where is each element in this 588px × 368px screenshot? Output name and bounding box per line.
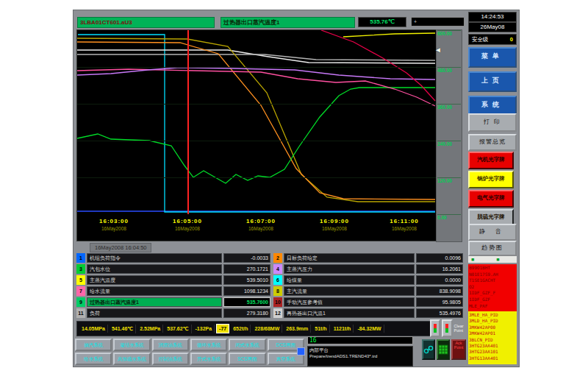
toolbar-button[interactable]: 抽汽系统 xyxy=(75,339,112,351)
alarm-tag[interactable]: N01E17S9.AH xyxy=(469,272,516,278)
alarm-tag-list-yellow: 3MLE_HA_PID3MLD_HA_PID3MKW42AP003MKW42AP… xyxy=(468,311,517,364)
annunciator-button[interactable]: 锅炉光字牌 xyxy=(468,171,514,188)
grid-icon xyxy=(438,344,448,355)
table-row[interactable]: 6给煤量0.0000 xyxy=(273,275,463,285)
table-row[interactable]: 4主蒸汽压力16.2061 xyxy=(273,264,463,274)
time-tick: 16:07:0016May2008 xyxy=(235,218,287,231)
mute-button[interactable]: 静 音 xyxy=(468,224,517,241)
scale-marker-icon[interactable]: ◄ xyxy=(434,46,442,54)
annunciator-button[interactable]: 汽机光字牌 xyxy=(468,152,514,169)
time-tick: 16:11:0016May2008 xyxy=(379,218,430,231)
status-value: 14.05MPa xyxy=(79,325,108,333)
status-value: 1121t/h xyxy=(331,325,354,333)
sidebar-nav: 菜单上页系统 xyxy=(468,47,517,120)
console-message: 内部平台 Prepare/trendADS1.TREND43*.trd xyxy=(307,346,413,367)
table-row[interactable]: 5主蒸汽温度539.5010 xyxy=(76,275,270,285)
toolbar-button[interactable]: 闭式水系统 xyxy=(229,339,265,351)
tick-time: 16:09:00 xyxy=(309,218,360,224)
table-row[interactable]: 12再热器出口汽温1535.4976 xyxy=(273,308,463,318)
table-row[interactable]: 9过热器出口蒸汽温度1535.7600 xyxy=(76,297,270,307)
table-row[interactable]: 10手动汽压参考值95.9805 xyxy=(273,297,463,307)
alarm-tag[interactable]: MLE_PAF xyxy=(469,303,516,310)
grid-view-button[interactable] xyxy=(437,339,450,360)
alarm-tag[interactable]: 3HTG13AA401 xyxy=(469,355,516,361)
toolbar-button[interactable]: 开式水系统 xyxy=(190,353,227,365)
tick-time: 16:11:00 xyxy=(379,218,430,224)
alarm-overview-button[interactable]: 报警总览 xyxy=(468,134,517,151)
alarm-tag[interactable]: O2 xyxy=(469,284,516,291)
alarm-tag[interactable]: 1IDF_GZF xyxy=(469,297,516,303)
sidebar: 14:24:53 26May08 安全级 0 菜单上页系统 打 印 报警总览 汽… xyxy=(468,10,517,367)
tick-date: 16May2008 xyxy=(88,226,140,231)
toolbar-button[interactable]: 控制油系统 xyxy=(152,353,189,365)
trend-plot[interactable] xyxy=(76,29,437,215)
table-row[interactable]: 1机组负荷指令-0.0033 xyxy=(76,253,270,263)
pen-value: 535.4976 xyxy=(416,308,463,318)
alarm-tag[interactable]: 1IDF_GZF_F xyxy=(469,290,516,297)
sidebar-nav-button[interactable]: 菜单 xyxy=(468,47,517,68)
pen-name: 再热器出口汽温1 xyxy=(284,308,415,318)
y-axis-label: 0.00 xyxy=(437,214,461,220)
annunciator-button[interactable]: 电气光字牌 xyxy=(468,190,514,208)
tick-time: 16:05:00 xyxy=(162,218,213,224)
alarm-tag[interactable]: T1SE1GACHT xyxy=(469,277,516,284)
print-button[interactable]: 打 印 xyxy=(468,113,517,132)
sidebar-nav-button[interactable]: 上页 xyxy=(468,71,517,92)
toolbar-button[interactable]: 给水系统 xyxy=(75,353,112,365)
security-level: 安全级 0 xyxy=(468,34,517,45)
trend-screen-button[interactable]: 趋势图 xyxy=(468,241,517,256)
y-axis-scale[interactable]: 600.00480.00360.00240.00120.000.00 ◄ xyxy=(436,29,462,242)
console-icon[interactable] xyxy=(297,347,305,355)
ack-point-button[interactable]: Ack Point xyxy=(451,339,466,360)
pen-marker-button[interactable] xyxy=(430,319,440,337)
alarm-tag[interactable]: 3MKW42AP01 xyxy=(469,330,516,336)
gridline xyxy=(77,67,436,68)
status-value: 541.46℃ xyxy=(110,325,136,333)
toolbar-button[interactable]: 润滑油系统 xyxy=(152,339,189,351)
alarm-tag[interactable]: B99O1BHT xyxy=(469,265,516,272)
pen-number-chip: 4 xyxy=(273,264,282,274)
pen-number-chip: 3 xyxy=(76,264,85,274)
pen-value: 279.3180 xyxy=(223,308,270,318)
table-row[interactable]: 8主汽流量838.9098 xyxy=(273,286,463,296)
toolbar-button[interactable]: 凝结水系统 xyxy=(113,339,150,351)
pen-marker-alt-button[interactable] xyxy=(442,319,452,337)
alarm-tag[interactable]: 3MLD_HA_PID xyxy=(469,318,516,324)
status-value: 51t/h xyxy=(312,325,329,333)
pen-name: 过热器出口蒸汽温度1 xyxy=(87,297,222,307)
time-cursor-line[interactable] xyxy=(187,30,189,214)
screenshot-page: 3LBA01CT601.aU3 过热器出口蒸汽温度1 535.76℃ + 16:… xyxy=(0,0,588,368)
clear-point-label: Clear Point xyxy=(454,324,467,333)
header-aux-box[interactable]: + xyxy=(411,17,465,26)
table-row[interactable]: 11负荷279.3180 xyxy=(76,308,270,318)
y-axis-label: 240.00 xyxy=(437,141,461,146)
pen-name: 给水流量 xyxy=(87,286,222,296)
toolbar-button[interactable]: SCS画面 xyxy=(229,353,265,365)
table-row[interactable]: 7给水流量1098.1234 xyxy=(76,286,270,296)
alarm-tag[interactable]: 3HTG23AA101 xyxy=(469,349,516,355)
time-axis: 16:03:0016May200816:05:0016May200816:07:… xyxy=(76,214,437,241)
alarm-tag[interactable]: 3HTG23AA401 xyxy=(469,343,516,349)
toolbar-button[interactable]: 高加疏水系统 xyxy=(113,353,150,365)
y-axis-label: 600.00 xyxy=(437,30,461,36)
alarm-tag[interactable]: 3BLCN_PID xyxy=(469,337,516,343)
trend-line xyxy=(77,50,435,63)
pen-value: 1098.1234 xyxy=(223,286,270,296)
time-tick: 16:09:0016May2008 xyxy=(309,218,360,231)
alarm-tag[interactable]: 3MLE_HA_PID xyxy=(469,312,516,318)
alarm-tag[interactable]: 3MKW42AP00 xyxy=(469,325,516,330)
toolbar-button[interactable]: 循环水系统 xyxy=(190,339,227,351)
link-button[interactable] xyxy=(422,339,435,360)
trend-tag-button[interactable]: 3LBA01CT601.aU3 xyxy=(77,17,215,28)
pen-name: 手动汽压参考值 xyxy=(284,297,415,307)
console-line2: Prepare/trendADS1.TREND43*.trd xyxy=(309,353,411,359)
status-value[interactable]: -77 xyxy=(216,324,229,333)
console-input[interactable] xyxy=(307,336,413,344)
alarm-pager[interactable]: ■ ■ xyxy=(468,256,517,263)
table-row[interactable]: 2目标负荷给定0.0096 xyxy=(273,253,463,263)
alarm-tag-list-red: B99O1BHTN01E17S9.AHT1SE1GACHTO21IDF_GZF_… xyxy=(468,264,517,311)
pen-value: 270.1721 xyxy=(223,264,270,274)
table-row[interactable]: 3汽包水位270.1721 xyxy=(76,264,270,274)
trend-name-button[interactable]: 过热器出口蒸汽温度1 xyxy=(220,17,355,28)
gridline xyxy=(77,104,436,105)
